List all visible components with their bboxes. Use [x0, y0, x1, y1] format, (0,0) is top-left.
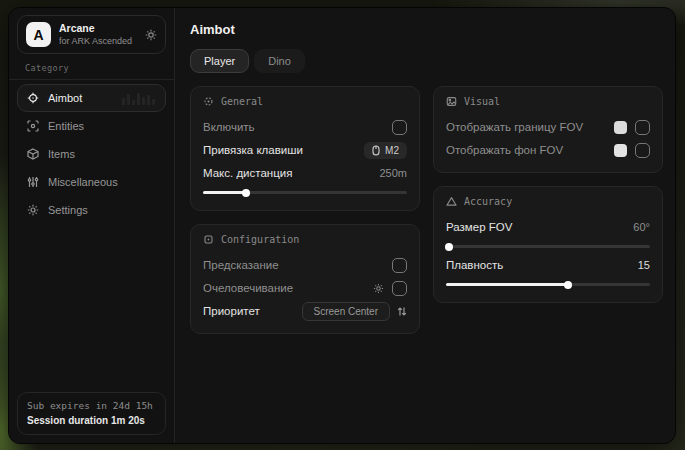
panel-title: Configuration — [221, 234, 299, 245]
cheat-menu-window: A Arcane for ARK Ascended Category — [8, 7, 676, 444]
theme-gear-icon[interactable] — [145, 29, 157, 41]
target-icon — [203, 96, 214, 107]
image-icon — [446, 96, 457, 107]
enable-checkbox[interactable] — [392, 120, 407, 135]
box-icon — [27, 148, 39, 160]
priority-label: Приоритет — [203, 305, 260, 317]
slider-fill — [446, 283, 568, 286]
distance-value: 250m — [379, 167, 407, 179]
fov-size-value: 60° — [633, 221, 650, 233]
page-title: Aimbot — [190, 22, 663, 37]
prediction-row: Предсказание — [203, 254, 407, 276]
mouse-icon — [372, 145, 380, 156]
smoothness-label: Плавность — [446, 259, 503, 271]
slider-thumb[interactable] — [445, 243, 453, 251]
fov-border-checkbox[interactable] — [635, 120, 650, 135]
app-logo: A — [26, 22, 51, 47]
sidebar-item-miscellaneous[interactable]: Miscellaneous — [17, 168, 166, 196]
humanize-row: Очеловечивание — [203, 277, 407, 299]
fov-bg-color-swatch[interactable] — [614, 144, 627, 157]
smoothness-value: 15 — [638, 259, 650, 271]
sliders-icon — [27, 176, 39, 188]
main-content: Aimbot Player Dino General — [175, 8, 675, 443]
sidebar: A Arcane for ARK Ascended Category — [9, 8, 175, 443]
fov-bg-checkbox[interactable] — [635, 143, 650, 158]
humanize-settings-gear-icon[interactable] — [373, 283, 384, 294]
prediction-checkbox[interactable] — [392, 258, 407, 273]
smoothness-row: Плавность 15 — [446, 254, 650, 276]
sidebar-item-label: Items — [48, 148, 75, 160]
panel-title: Accuracy — [464, 196, 512, 207]
panel-title: General — [221, 96, 263, 107]
fov-bg-label: Отображать фон FOV — [446, 144, 563, 156]
panel-accuracy: Accuracy Размер FOV 60° Плавность 15 — [433, 186, 663, 303]
fov-border-color-swatch[interactable] — [614, 121, 627, 134]
sidebar-item-items[interactable]: Items — [17, 140, 166, 168]
subscription-card: Sub expires in 24d 15h Session duration … — [17, 392, 166, 435]
tab-player[interactable]: Player — [190, 49, 249, 73]
app-name: Arcane — [59, 22, 137, 35]
sidebar-item-label: Miscellaneous — [48, 176, 118, 188]
scan-icon — [27, 120, 39, 132]
panel-configuration: Configuration Предсказание Очеловечивани… — [190, 224, 420, 334]
fov-border-row: Отображать границу FOV — [446, 116, 650, 138]
app-header-card: A Arcane for ARK Ascended — [17, 15, 166, 54]
sub-expires-text: Sub expires in 24d 15h — [27, 400, 156, 411]
right-column: Visual Отображать границу FOV Отображать… — [433, 86, 663, 334]
sidebar-item-label: Aimbot — [48, 92, 82, 104]
slider-fill — [203, 191, 246, 194]
sidebar-item-label: Entities — [48, 120, 84, 132]
panel-title: Visual — [464, 96, 500, 107]
fov-size-slider[interactable] — [446, 245, 650, 248]
sidebar-nav: Aimbot Entities Items — [17, 84, 166, 224]
config-icon — [203, 234, 214, 245]
keybind-label: Привязка клавиши — [203, 144, 303, 156]
humanize-checkbox[interactable] — [392, 281, 407, 296]
distance-slider[interactable] — [203, 191, 407, 194]
priority-row: Приоритет Screen Center — [203, 300, 407, 322]
distance-row: Макс. дистанция 250m — [203, 162, 407, 184]
tab-bar: Player Dino — [190, 49, 663, 73]
priority-dropdown[interactable]: Screen Center — [302, 302, 390, 321]
category-label: Category — [17, 54, 166, 79]
smoothness-slider[interactable] — [446, 283, 650, 286]
tab-dino[interactable]: Dino — [254, 49, 305, 73]
panel-general: General Включить Привязка клавиши — [190, 86, 420, 211]
panel-visual: Visual Отображать границу FOV Отображать… — [433, 86, 663, 173]
fov-size-label: Размер FOV — [446, 221, 512, 233]
enable-row: Включить — [203, 116, 407, 138]
session-duration-text: Session duration 1m 20s — [27, 415, 156, 426]
distance-label: Макс. дистанция — [203, 167, 292, 179]
prediction-label: Предсказание — [203, 259, 279, 271]
app-subtitle: for ARK Ascended — [59, 36, 137, 47]
sort-arrows-icon[interactable] — [397, 306, 407, 317]
crosshair-icon — [27, 92, 39, 104]
fov-size-row: Размер FOV 60° — [446, 216, 650, 238]
left-column: General Включить Привязка клавиши — [190, 86, 420, 334]
keybind-row: Привязка клавиши M2 — [203, 139, 407, 161]
equalizer-decoration — [122, 93, 155, 105]
sidebar-item-settings[interactable]: Settings — [17, 196, 166, 224]
sidebar-item-label: Settings — [48, 204, 88, 216]
humanize-label: Очеловечивание — [203, 282, 293, 294]
slider-thumb[interactable] — [242, 189, 250, 197]
app-meta: Arcane for ARK Ascended — [59, 22, 137, 46]
triangle-icon — [446, 196, 457, 207]
sidebar-item-aimbot[interactable]: Aimbot — [17, 84, 166, 112]
fov-bg-row: Отображать фон FOV — [446, 139, 650, 161]
keybind-button[interactable]: M2 — [364, 142, 407, 159]
enable-label: Включить — [203, 121, 255, 133]
keybind-value: M2 — [385, 145, 399, 156]
fov-border-label: Отображать границу FOV — [446, 121, 583, 133]
sidebar-item-entities[interactable]: Entities — [17, 112, 166, 140]
sidebar-divider — [9, 79, 174, 80]
gear-icon — [27, 204, 39, 216]
slider-thumb[interactable] — [564, 281, 572, 289]
